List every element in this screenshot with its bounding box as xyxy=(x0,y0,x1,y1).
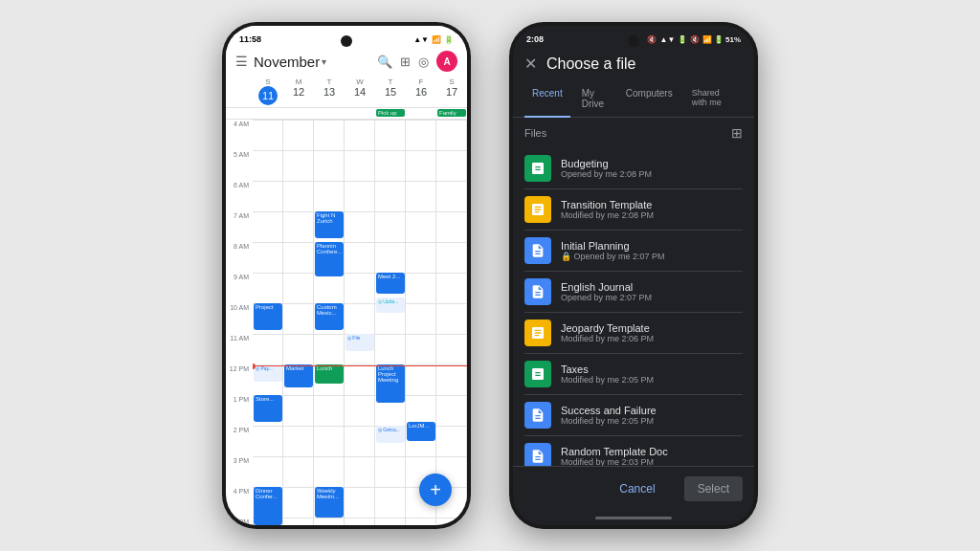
tab-mydrive[interactable]: My Drive xyxy=(574,80,614,117)
phone2-screen: 2:08 🔇▲▼🔋🔇 📶 🔋 51% ✕ Choose a file Recen… xyxy=(513,26,754,525)
file-name: English Journal xyxy=(561,281,743,293)
day-col-sat[interactable]: S 17 xyxy=(436,76,467,107)
list-item[interactable]: Transition Template Modified by me 2:08 … xyxy=(524,189,743,231)
pickup-event[interactable]: Pick up xyxy=(376,109,405,117)
day-col-thu[interactable]: T 15 xyxy=(375,76,406,107)
sheets-icon xyxy=(524,155,551,182)
event-meet[interactable]: Meet 2... xyxy=(376,273,405,294)
phone2-notch xyxy=(628,35,639,47)
file-name: Success and Failure xyxy=(561,405,743,416)
cal-events-grid: Project ◎ Pay... Store... Dinner Confer.… xyxy=(253,120,467,525)
event-market[interactable]: Market xyxy=(284,364,313,387)
slides-icon xyxy=(524,196,551,223)
day-col-tue[interactable]: T 13 xyxy=(314,76,345,107)
day-col-fri[interactable]: F 16 xyxy=(406,76,436,107)
tab-sharedwithme[interactable]: Shared with me xyxy=(684,80,739,117)
tab-computers[interactable]: Computers xyxy=(618,80,680,117)
event-fight[interactable]: Fight N Zurich xyxy=(315,211,344,238)
month-arrow-icon: ▾ xyxy=(322,56,326,67)
now-line xyxy=(253,365,467,366)
list-item[interactable]: Initial Planning 🔒 Opened by me 2:07 PM xyxy=(524,231,743,272)
cal-status-icons: ▲▼📶🔋 xyxy=(413,35,454,44)
event-lunch2[interactable]: Lunch Project Meeting xyxy=(376,364,405,403)
phone1-screen: 11:58 ▲▼📶🔋 ☰ November ▾ 🔍 ⊞ ◎ A S 11 xyxy=(226,26,467,525)
file-name: Transition Template xyxy=(561,199,743,210)
event-update[interactable]: ◎ Upda... xyxy=(376,298,405,313)
day-col-wed[interactable]: W 14 xyxy=(345,76,375,107)
options-icon[interactable]: ◎ xyxy=(418,55,429,69)
sheets-icon xyxy=(524,361,551,387)
month-label: November xyxy=(254,54,320,70)
file-list: Budgeting Opened by me 2:08 PM Transitio… xyxy=(513,148,754,466)
file-info: Random Template Doc Modified by me 2:03 … xyxy=(561,446,743,466)
docs-icon xyxy=(524,402,551,429)
list-item[interactable]: Budgeting Opened by me 2:08 PM xyxy=(524,148,743,189)
file-name: Random Template Doc xyxy=(561,446,743,457)
event-store[interactable]: Store... xyxy=(254,395,282,422)
file-header: ✕ Choose a file xyxy=(513,47,754,80)
list-item[interactable]: Jeopardy Template Modified by me 2:06 PM xyxy=(524,313,743,354)
files-label: Files xyxy=(524,127,546,139)
file-name: Initial Planning xyxy=(561,240,743,252)
event-lunch[interactable]: Lunch xyxy=(315,364,344,384)
file-info: Success and Failure Modified by me 2:05 … xyxy=(561,405,743,426)
cancel-button[interactable]: Cancel xyxy=(606,476,668,501)
day-col-mon[interactable]: M 12 xyxy=(283,76,314,107)
file-info: Jeopardy Template Modified by me 2:06 PM xyxy=(561,322,743,343)
list-item[interactable]: Taxes Modified by me 2:05 PM xyxy=(524,354,743,395)
event-file[interactable]: ◎ File xyxy=(345,334,374,351)
home-bar xyxy=(595,517,672,519)
file-meta: Modified by me 2:08 PM xyxy=(561,210,743,220)
cal-header-icons: 🔍 ⊞ ◎ A xyxy=(377,51,457,72)
docs-icon xyxy=(524,443,551,466)
grid-view-icon[interactable]: ⊞ xyxy=(731,125,743,141)
file-tabs: Recent My Drive Computers Shared with me xyxy=(513,80,754,118)
file-meta: Modified by me 2:05 PM xyxy=(561,416,743,426)
day-col-sun[interactable]: S 11 xyxy=(253,76,283,107)
event-pay[interactable]: ◎ Pay... xyxy=(254,364,282,382)
event-dinner[interactable]: Dinner Confer... xyxy=(254,487,282,525)
list-item[interactable]: Success and Failure Modified by me 2:05 … xyxy=(524,395,743,436)
event-getcalendar[interactable]: ◎ Getca... xyxy=(376,426,405,443)
add-event-fab[interactable]: + xyxy=(419,474,452,506)
file-files-header: Files ⊞ xyxy=(513,118,754,148)
phone2-device: 2:08 🔇▲▼🔋🔇 📶 🔋 51% ✕ Choose a file Recen… xyxy=(509,22,758,529)
file-meta: Modified by me 2:05 PM xyxy=(561,375,743,385)
phone1-device: 11:58 ▲▼📶🔋 ☰ November ▾ 🔍 ⊞ ◎ A S 11 xyxy=(222,22,471,529)
user-avatar[interactable]: A xyxy=(436,51,457,72)
docs-icon xyxy=(524,237,551,264)
cal-day-headers: S 11 M 12 T 13 W 14 T 15 F 16 xyxy=(226,76,467,108)
docs-icon xyxy=(524,278,551,305)
file-name: Jeopardy Template xyxy=(561,322,743,334)
cal-header: ☰ November ▾ 🔍 ⊞ ◎ A xyxy=(226,47,467,76)
file-meta: Opened by me 2:07 PM xyxy=(561,293,743,302)
event-planning[interactable]: Plannin Confere... xyxy=(315,242,344,276)
file-footer: Cancel Select xyxy=(513,466,754,511)
select-button[interactable]: Select xyxy=(684,476,743,501)
event-custom[interactable]: Custom Mexic... xyxy=(315,303,344,330)
tab-recent[interactable]: Recent xyxy=(524,80,570,117)
cal-title[interactable]: November ▾ xyxy=(254,54,371,70)
file-info: Initial Planning 🔒 Opened by me 2:07 PM xyxy=(561,240,743,261)
file-info: Budgeting Opened by me 2:08 PM xyxy=(561,158,743,179)
file-name: Budgeting xyxy=(561,158,743,169)
slides-icon xyxy=(524,320,551,346)
list-item[interactable]: Random Template Doc Modified by me 2:03 … xyxy=(524,436,743,466)
phone1-notch xyxy=(341,35,352,47)
close-button[interactable]: ✕ xyxy=(524,55,537,73)
menu-icon[interactable]: ☰ xyxy=(235,54,248,69)
cal-time-col: 4 AM 5 AM 6 AM 7 AM 8 AM 9 AM 10 AM 11 A… xyxy=(226,120,253,525)
event-weekly[interactable]: Weekly Meetin... xyxy=(315,487,344,518)
cal-grid: 4 AM 5 AM 6 AM 7 AM 8 AM 9 AM 10 AM 11 A… xyxy=(226,120,467,525)
event-project[interactable]: Project xyxy=(254,303,282,330)
family-event[interactable]: Family xyxy=(437,109,466,117)
file-meta: Modified by me 2:03 PM xyxy=(561,457,743,466)
cal-time: 11:58 xyxy=(239,34,261,44)
search-icon[interactable]: 🔍 xyxy=(377,55,392,69)
file-info: Transition Template Modified by me 2:08 … xyxy=(561,199,743,220)
home-indicator xyxy=(513,511,754,525)
list-item[interactable]: English Journal Opened by me 2:07 PM xyxy=(524,272,743,313)
grid-view-icon[interactable]: ⊞ xyxy=(400,55,411,69)
event-lorjm[interactable]: LorJM... xyxy=(407,422,435,441)
cal-header-events: Pick up Family xyxy=(226,108,467,120)
